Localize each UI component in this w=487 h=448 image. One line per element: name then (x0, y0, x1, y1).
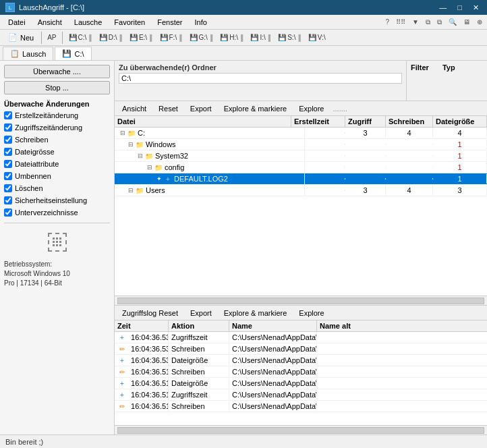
cb-umbennen-input[interactable] (4, 172, 12, 180)
drive-e[interactable]: 💾 E:\ ▐ (126, 32, 155, 43)
log-name: C:\Users\Nenad\AppData\Loc... (229, 333, 317, 342)
expand-icon[interactable]: ⊟ (119, 130, 127, 136)
cb-unterverz[interactable]: Unterverzeichnisse (4, 208, 110, 217)
expand-icon[interactable]: ⊟ (136, 152, 144, 159)
list-item[interactable]: ✏ 16:04:36.518 Schreiben C:\Users\Nenad\… (115, 366, 487, 378)
monitor-button[interactable]: Überwache .... (4, 65, 110, 78)
hscroll-bar[interactable] (117, 298, 484, 304)
cb-sicherheit[interactable]: Sicherheitseinstellung (4, 196, 110, 205)
cb-zugriffszeit[interactable]: Zugriffszeitänderung (4, 123, 110, 132)
cb-dateigroesse-label: Dateigrösse (15, 148, 55, 156)
file-tree[interactable]: Datei Erstellzeit Zugriff Schreiben Date… (115, 116, 487, 296)
expand-icon[interactable]: ⊟ (127, 187, 135, 194)
log-hscroll-bar[interactable] (117, 427, 484, 434)
cb-zugriffszeit-label: Zugriffszeitänderung (15, 123, 82, 132)
maximize-button[interactable]: □ (455, 3, 465, 12)
tree-header-zugriff: Zugriff (345, 116, 386, 127)
drive-g[interactable]: 💾 G:\ ▐ (186, 32, 216, 43)
cb-dateigroesse[interactable]: Dateigrösse (4, 147, 110, 157)
drive-d[interactable]: 💾 D:\ ▐ (96, 32, 125, 43)
drive-f[interactable]: 💾 F:\ ▐ (156, 32, 185, 43)
log-oldname (317, 383, 384, 384)
system-info: Betriebssystem: Microsoft Windows 10Pro … (4, 260, 110, 288)
minimize-button[interactable]: — (436, 3, 449, 12)
cb-dateiattribute[interactable]: Dateiattribute (4, 159, 110, 169)
menu-info[interactable]: Info (190, 17, 212, 28)
status-text: Bin bereit ;) (5, 438, 43, 446)
cb-schreiben-input[interactable] (4, 136, 12, 144)
log-btn-explore-markiere[interactable]: Explore & markiere (219, 308, 292, 318)
tree-btn-explore-markiere[interactable]: Explore & markiere (219, 103, 292, 114)
help-icon[interactable]: ? (384, 17, 392, 27)
menu-lausche[interactable]: Lausche (69, 17, 108, 28)
list-item[interactable]: ✏ 16:04:36.533 Schreiben C:\Users\Nenad\… (115, 343, 487, 355)
tree-btn-ansicht[interactable]: Ansicht (117, 103, 151, 114)
search-icon[interactable]: 🔍 (447, 17, 459, 27)
menu-datei[interactable]: Datei (3, 17, 31, 28)
table-row[interactable]: ✦ + DEFAULT.LOG2 1 (115, 173, 487, 185)
drive-g-icon: 💾 (189, 33, 198, 43)
folder-icon: 📁 (127, 128, 136, 138)
list-item[interactable]: ✏ 16:04:36.518 Schreiben C:\Users\Nenad\… (115, 401, 487, 412)
tree-btn-export[interactable]: Export (185, 103, 217, 114)
folder-value: C:\ (119, 73, 402, 84)
cb-unterverz-input[interactable] (4, 208, 12, 217)
monitor-icon[interactable]: 🖥 (461, 17, 472, 27)
cb-schreiben[interactable]: Schreiben (4, 135, 110, 144)
table-row[interactable]: ⊟ 📁 C: 3 4 4 (115, 128, 487, 139)
tree-btn-explore[interactable]: Explore (294, 103, 328, 114)
menu-ansicht[interactable]: Ansicht (32, 17, 67, 28)
table-row[interactable]: ⊟ 📁 Windows 1 (115, 139, 487, 150)
dropdown-icon[interactable]: ▼ (410, 17, 421, 27)
cb-dateigroesse-input[interactable] (4, 148, 12, 156)
cb-sicherheit-input[interactable] (4, 196, 12, 204)
list-item[interactable]: + 16:04:36.533 Dateigröße C:\Users\Nenad… (115, 355, 487, 366)
close-button[interactable]: ✕ (470, 3, 482, 12)
schreiben-cell: 4 (386, 186, 433, 195)
list-item[interactable]: + 16:04:36.518 Dateigröße C:\Users\Nenad… (115, 378, 487, 389)
dateigröße-cell: 1 (433, 163, 487, 172)
list-item[interactable]: + 16:04:36.533 Zugriffszeit C:\Users\Nen… (115, 332, 487, 343)
table-row[interactable]: ⊟ 📁 config 1 (115, 162, 487, 173)
extra-icon[interactable]: ⊕ (475, 17, 484, 27)
table-row[interactable]: ⊟ 📁 Users 3 4 3 (115, 185, 487, 196)
log-table[interactable]: Zeit Aktion Name Name alt + 16:04:36.533… (115, 320, 487, 425)
log-btn-explore[interactable]: Explore (294, 308, 328, 318)
cb-dateiattribute-input[interactable] (4, 160, 12, 168)
cb-erstellzeit[interactable]: Erstellzeitänderung (4, 111, 110, 120)
log-hscroll[interactable] (115, 425, 487, 435)
tab-lausch[interactable]: 📋 Lausch (3, 47, 53, 60)
table-row[interactable]: ⊟ 📁 System32 1 (115, 150, 487, 162)
tree-header: Datei Erstellzeit Zugriff Schreiben Date… (115, 116, 487, 128)
drive-v[interactable]: 💾 V:\ (305, 32, 328, 43)
menu-fenster[interactable]: Fenster (152, 17, 188, 28)
cb-umbennen[interactable]: Umbennen (4, 171, 110, 181)
log-btn-reset[interactable]: Zugriffslog Reset (117, 308, 183, 318)
nav-next-icon[interactable]: ⧉ (435, 17, 444, 28)
drive-h[interactable]: 💾 H:\ ▐ (217, 32, 246, 43)
tab-c-drive[interactable]: 💾 C:\ (55, 47, 91, 60)
cb-erstellzeit-input[interactable] (4, 111, 12, 119)
cb-loeschen[interactable]: Löschen (4, 184, 110, 193)
tree-hscroll[interactable] (115, 296, 487, 306)
stop-button[interactable]: Stop ... (4, 81, 110, 94)
drive-c[interactable]: 💾 C:\ ▐ (65, 32, 94, 43)
drive-f-icon: 💾 (159, 33, 169, 43)
new-button[interactable]: 📄 Neu (3, 31, 38, 45)
tree-btn-reset[interactable]: Reset (154, 103, 183, 114)
window-controls[interactable]: — □ ✕ (436, 3, 482, 12)
expand-icon[interactable]: ⊟ (127, 141, 135, 148)
log-btn-export[interactable]: Export (185, 308, 217, 318)
nav-prev-icon[interactable]: ⧉ (424, 17, 432, 28)
expand-icon[interactable]: ✦ (155, 175, 163, 182)
drive-ap[interactable]: AP (45, 33, 59, 42)
cb-zugriffszeit-input[interactable] (4, 123, 12, 132)
cb-loeschen-input[interactable] (4, 184, 12, 192)
list-item[interactable]: + 16:04:36.518 Zugriffszeit C:\Users\Nen… (115, 389, 487, 401)
drive-s[interactable]: 💾 S:\ ▐ (275, 32, 304, 43)
drive-i[interactable]: 💾 I:\ ▐ (247, 32, 273, 43)
expand-icon[interactable]: ⊟ (146, 164, 154, 171)
menu-favoriten[interactable]: Favoriten (109, 17, 150, 28)
svg-rect-4 (56, 241, 58, 243)
tree-header-dateigröße: Dateigröße (433, 116, 487, 127)
